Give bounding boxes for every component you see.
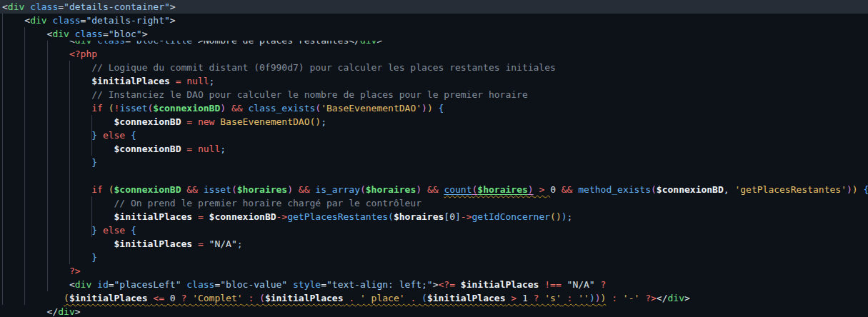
code-editor[interactable]: <div class="details-container"> <div cla… <box>0 0 868 317</box>
code-line: <div id="placesLeft" class="bloc-value" … <box>0 278 868 291</box>
code-area: <div class="details-container"> <div cla… <box>0 0 868 317</box>
code-line: if ($connexionBD && isset($horaires) && … <box>0 183 868 196</box>
code-line: } else { <box>0 129 868 142</box>
code-line: // Logique du commit distant (0f990d7) p… <box>0 61 868 74</box>
code-line: $connexionBD = new BaseEvenementDAO(); <box>0 115 868 129</box>
code-line: <div class="bloc-title">Nombre de places… <box>0 41 868 47</box>
code-line: } <box>0 156 868 169</box>
code-line: // On prend le premier horaire chargé pa… <box>0 196 868 210</box>
code-line: ($initialPlaces <= 0 ? 'Complet' : ($ini… <box>0 291 868 305</box>
code-line: <div class="details-container"> <box>0 0 868 14</box>
code-line: ?> <box>0 264 868 278</box>
code-line: <div class="details-right"> <box>0 14 868 27</box>
code-line: <div class="bloc"> <box>0 27 868 41</box>
code-line: $initialPlaces = null; <box>0 74 868 88</box>
code-line: <?php <box>0 47 868 61</box>
code-line <box>0 169 868 183</box>
code-line: </div> <box>0 305 868 317</box>
code-line: } else { <box>0 223 868 237</box>
code-line: $initialPlaces = $connexionBD->getPlaces… <box>0 210 868 223</box>
code-line: } <box>0 251 868 264</box>
code-line: $initialPlaces = "N/A"; <box>0 237 868 251</box>
code-line: if (!isset($connexionBD) && class_exists… <box>0 101 868 115</box>
code-line: $connexionBD = null; <box>0 142 868 156</box>
code-line: // Instanciez le DAO pour calculer le no… <box>0 88 868 101</box>
